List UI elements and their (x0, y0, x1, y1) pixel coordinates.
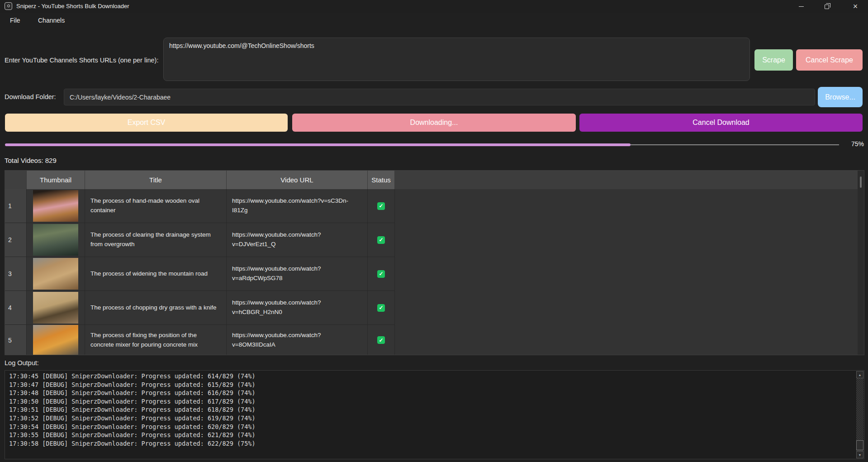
status-cell: ✓ (368, 189, 395, 223)
thumbnail-image (33, 325, 78, 355)
thumbnail-cell (27, 325, 85, 355)
table-scrollbar-thumb[interactable] (860, 176, 862, 188)
scroll-up-button[interactable]: ▲ (856, 371, 863, 378)
cancel-scrape-button[interactable]: Cancel Scrape (796, 49, 863, 71)
log-line: 17:30:58 [DEBUG] SniperzDownloader: Prog… (9, 439, 854, 448)
column-header-status[interactable]: Status (368, 171, 395, 189)
total-videos-label: Total Videos: 829 (5, 157, 57, 164)
column-header-title[interactable]: Title (85, 171, 227, 189)
minimize-icon (799, 6, 804, 7)
window-title: Sniperz - YouTube Shorts Bulk Downloader (16, 0, 129, 13)
progress-percent-label: 75% (837, 140, 864, 148)
table-row[interactable]: 4The process of chopping dry grass with … (5, 291, 395, 325)
restore-icon (825, 5, 829, 9)
row-number: 4 (5, 291, 27, 325)
download-folder-input[interactable] (64, 89, 815, 105)
menu-channels[interactable]: Channels (33, 13, 69, 28)
menu-bar: File Channels (0, 13, 868, 28)
thumbnail-cell (27, 291, 85, 325)
download-folder-label: Download Folder: (5, 93, 56, 100)
log-line: 17:30:50 [DEBUG] SniperzDownloader: Prog… (9, 397, 854, 406)
log-output-box[interactable]: 17:30:45 [DEBUG] SniperzDownloader: Prog… (5, 370, 864, 459)
minimize-button[interactable] (791, 0, 811, 13)
maximize-button[interactable] (816, 0, 837, 13)
log-line: 17:30:51 [DEBUG] SniperzDownloader: Prog… (9, 405, 854, 414)
video-title: The process of clearing the drainage sys… (85, 223, 227, 257)
thumbnail-cell (27, 223, 85, 257)
column-header-thumbnail[interactable]: Thumbnail (27, 171, 85, 189)
status-cell: ✓ (368, 257, 395, 291)
table-corner-cell (5, 171, 27, 189)
log-output-label: Log Output: (5, 359, 39, 367)
status-cell: ✓ (368, 223, 395, 257)
menu-file[interactable]: File (5, 13, 25, 28)
video-url: https://www.youtube.com/watch?v=aRdpCWpS… (227, 257, 368, 291)
status-checked-icon: ✓ (377, 270, 385, 278)
log-scrollbar[interactable]: ▲ ▼ (856, 371, 863, 458)
status-checked-icon: ✓ (377, 202, 385, 210)
video-url: https://www.youtube.com/watch?v=DJVerEzt… (227, 223, 368, 257)
table-row[interactable]: 1The process of hand-made wooden oval co… (5, 189, 395, 223)
row-number: 1 (5, 189, 27, 223)
table-row[interactable]: 2The process of clearing the drainage sy… (5, 223, 395, 257)
download-progress-bar (5, 143, 839, 147)
thumbnail-image (33, 224, 78, 256)
scrape-button[interactable]: Scrape (754, 49, 793, 71)
video-title: The process of chopping dry grass with a… (85, 291, 227, 325)
thumbnail-cell (27, 189, 85, 223)
close-button[interactable]: × (845, 0, 866, 13)
progress-fill (5, 143, 631, 146)
log-lines: 17:30:45 [DEBUG] SniperzDownloader: Prog… (9, 372, 854, 448)
close-icon: × (853, 2, 858, 10)
log-line: 17:30:47 [DEBUG] SniperzDownloader: Prog… (9, 381, 854, 389)
log-line: 17:30:55 [DEBUG] SniperzDownloader: Prog… (9, 431, 854, 439)
log-scrollbar-thumb[interactable] (856, 440, 863, 450)
channels-url-input[interactable]: https://www.youtube.com/@TechOnlineShow/… (163, 38, 750, 81)
log-line: 17:30:48 [DEBUG] SniperzDownloader: Prog… (9, 389, 854, 397)
export-csv-button[interactable]: Export CSV (5, 114, 288, 132)
video-title: The process of fixing the position of th… (85, 325, 227, 355)
table-row[interactable]: 5The process of fixing the position of t… (5, 325, 395, 355)
app-window: Sniperz - YouTube Shorts Bulk Downloader… (0, 0, 868, 462)
status-checked-icon: ✓ (377, 336, 385, 344)
downloading-button[interactable]: Downloading... (292, 114, 576, 132)
column-header-url[interactable]: Video URL (227, 171, 368, 189)
app-icon (5, 2, 12, 10)
video-title: The process of hand-made wooden oval con… (85, 189, 227, 223)
thumbnail-image (33, 258, 78, 290)
log-line: 17:30:52 [DEBUG] SniperzDownloader: Prog… (9, 414, 854, 423)
status-checked-icon: ✓ (377, 304, 385, 312)
log-line: 17:30:54 [DEBUG] SniperzDownloader: Prog… (9, 423, 854, 431)
row-number: 2 (5, 223, 27, 257)
table-row[interactable]: 3The process of widening the mountain ro… (5, 257, 395, 291)
status-cell: ✓ (368, 291, 395, 325)
video-url: https://www.youtube.com/watch?v=hCBGR_H2… (227, 291, 368, 325)
thumbnail-cell (27, 257, 85, 291)
table-vertical-scrollbar[interactable] (858, 171, 864, 355)
table-header-filler (395, 171, 858, 189)
log-line: 17:30:45 [DEBUG] SniperzDownloader: Prog… (9, 372, 854, 381)
title-bar: Sniperz - YouTube Shorts Bulk Downloader… (0, 0, 868, 13)
thumbnail-image (33, 292, 78, 324)
status-checked-icon: ✓ (377, 236, 385, 244)
row-number: 5 (5, 325, 27, 355)
cancel-download-button[interactable]: Cancel Download (579, 114, 863, 132)
browse-button[interactable]: Browse... (818, 87, 863, 107)
thumbnail-image (33, 190, 78, 222)
scroll-down-button[interactable]: ▼ (856, 451, 863, 458)
videos-table: Thumbnail Title Video URL Status 1The pr… (5, 170, 864, 355)
url-input-label: Enter YouTube Channels Shorts URLs (one … (5, 57, 158, 64)
video-url: https://www.youtube.com/watch?v=8OM3IIDc… (227, 325, 368, 355)
status-cell: ✓ (368, 325, 395, 355)
video-url: https://www.youtube.com/watch?v=sC3Dn-I8… (227, 189, 368, 223)
video-title: The process of widening the mountain roa… (85, 257, 227, 291)
row-number: 3 (5, 257, 27, 291)
